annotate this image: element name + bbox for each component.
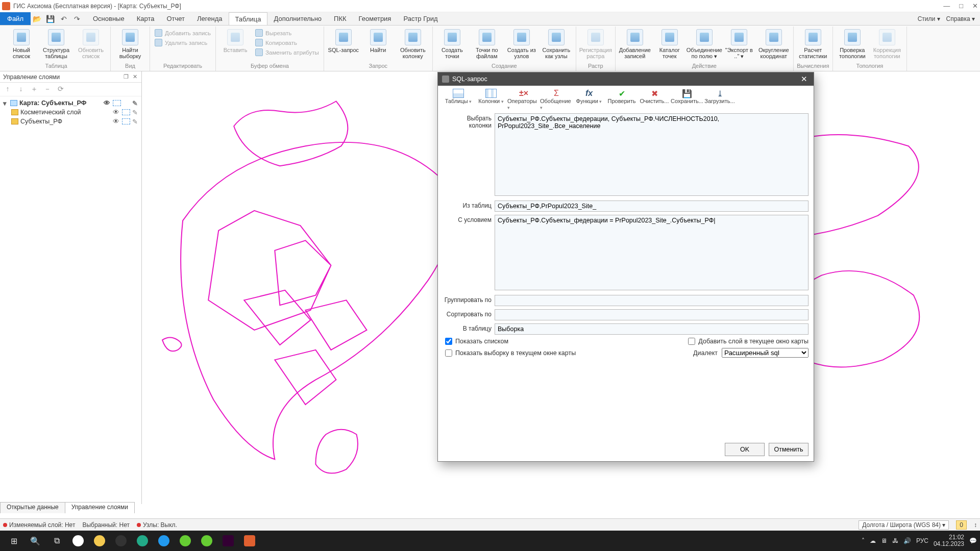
- projection-selector[interactable]: Долгота / Широта (WGS 84) ▾: [859, 520, 949, 530]
- find-selection-button[interactable]: Найти выборку: [114, 28, 146, 59]
- tab-report[interactable]: Отчет: [160, 12, 191, 25]
- tab-geometry[interactable]: Геометрия: [353, 12, 398, 25]
- new-list-button[interactable]: Новый список: [5, 28, 38, 59]
- visibility-icon[interactable]: 👁: [113, 109, 120, 116]
- edit-icon[interactable]: ✎: [132, 118, 139, 126]
- selectable-icon[interactable]: [122, 109, 130, 115]
- tool-clear[interactable]: ✖Очистить...: [638, 89, 671, 110]
- taskbar-app-qgis[interactable]: [175, 533, 196, 549]
- tray-notifications-icon[interactable]: 💬: [969, 537, 977, 544]
- tool-operators[interactable]: ±×Операторы: [507, 89, 540, 110]
- tab-map[interactable]: Карта: [131, 12, 161, 25]
- dialog-close-button[interactable]: ✕: [799, 74, 810, 84]
- from-tables-field[interactable]: [495, 201, 808, 212]
- taskbar-app-axioma[interactable]: [239, 533, 260, 549]
- points-by-files-button[interactable]: Точки по файлам: [471, 28, 503, 59]
- tree-cosmetic-layer[interactable]: Косметический слой 👁 ✎: [2, 108, 139, 117]
- taskbar-app-q2[interactable]: [196, 533, 217, 549]
- qa-open-icon[interactable]: 📂: [31, 12, 44, 25]
- add-layer-checkbox[interactable]: [688, 338, 695, 345]
- select-columns-field[interactable]: [495, 113, 808, 196]
- ok-button[interactable]: OK: [725, 443, 765, 456]
- qa-save-icon[interactable]: 💾: [44, 12, 57, 25]
- tab-open-data[interactable]: Открытые данные: [0, 502, 65, 513]
- taskbar-app-explorer[interactable]: [89, 533, 110, 549]
- create-from-nodes-button[interactable]: Создать из узлов: [505, 28, 538, 59]
- tool-functions[interactable]: fxФункции: [573, 89, 605, 110]
- taskbar-app-globe[interactable]: [132, 533, 153, 549]
- qa-undo-icon[interactable]: ↶: [57, 12, 70, 25]
- taskbar-app-yandex[interactable]: [67, 533, 89, 549]
- window-minimize[interactable]: —: [943, 2, 950, 10]
- layer-remove-icon[interactable]: －: [43, 85, 52, 94]
- layer-add-icon[interactable]: ＋: [30, 85, 39, 94]
- start-button[interactable]: ⊞: [3, 533, 24, 549]
- tool-columns[interactable]: Колонки: [475, 89, 507, 110]
- tab-layer-mgmt[interactable]: Управление слоями: [65, 502, 135, 513]
- selectable-icon[interactable]: [113, 100, 121, 106]
- tab-table[interactable]: Таблица: [229, 12, 268, 25]
- export-to-button[interactable]: "Экспорт в .." ▾: [723, 28, 755, 59]
- qa-redo-icon[interactable]: ↷: [70, 12, 84, 25]
- tray-clock[interactable]: 21:02 04.12.2023: [934, 534, 964, 547]
- file-menu[interactable]: Файл: [0, 12, 31, 25]
- round-coords-button[interactable]: Округление координат: [757, 28, 790, 59]
- tab-pkk[interactable]: ПКК: [328, 12, 353, 25]
- layer-up-icon[interactable]: ↑: [3, 85, 12, 94]
- window-maximize[interactable]: □: [959, 2, 963, 10]
- visibility-icon[interactable]: 👁: [113, 118, 120, 125]
- warning-count[interactable]: 0: [960, 521, 963, 529]
- order-by-field[interactable]: [495, 309, 808, 320]
- update-column-button[interactable]: Обновить колонку: [397, 28, 429, 59]
- tool-verify[interactable]: ✔Проверить: [605, 89, 638, 110]
- layer-refresh-icon[interactable]: ⟳: [56, 85, 65, 94]
- show-as-list-checkbox[interactable]: [445, 338, 452, 345]
- find-button[interactable]: Найти: [362, 28, 395, 53]
- taskbar-app-obs[interactable]: [110, 533, 132, 549]
- tab-main[interactable]: Основные: [87, 12, 131, 25]
- task-view-icon[interactable]: ⧉: [46, 533, 67, 549]
- point-catalog-button[interactable]: Каталог точек: [653, 28, 686, 59]
- sql-query-button[interactable]: SQL-запрос: [327, 28, 360, 53]
- tab-rastergrid[interactable]: Растр Грид: [397, 12, 444, 25]
- edit-icon[interactable]: ✎: [132, 99, 139, 107]
- merge-by-field-button[interactable]: Объединение по полю ▾: [688, 28, 721, 59]
- tab-legend[interactable]: Легенда: [191, 12, 228, 25]
- tool-load[interactable]: ⤓Загрузить...: [703, 89, 736, 110]
- tray-monitor-icon[interactable]: 🖥: [881, 537, 887, 544]
- create-points-button[interactable]: Создать точки: [436, 28, 469, 59]
- add-rows-button[interactable]: Добавление записей: [619, 28, 651, 59]
- window-close[interactable]: ✕: [972, 2, 978, 10]
- tool-aggregation[interactable]: ΣОбобщение: [540, 89, 573, 110]
- dialect-select[interactable]: Расширенный sql: [722, 348, 808, 358]
- panel-close-icon[interactable]: ✕: [131, 73, 138, 81]
- panel-undock-icon[interactable]: ❐: [122, 73, 130, 81]
- tray-network-icon[interactable]: 🖧: [892, 537, 898, 544]
- where-field[interactable]: [495, 215, 808, 290]
- selectable-icon[interactable]: [122, 118, 130, 124]
- edit-icon[interactable]: ✎: [132, 109, 139, 116]
- calc-stats-button[interactable]: Расчет статистики: [797, 28, 829, 59]
- check-topology-button[interactable]: Проверка топологии: [836, 28, 869, 59]
- save-as-nodes-button[interactable]: Сохранить как узлы: [540, 28, 573, 59]
- tray-sound-icon[interactable]: 🔊: [903, 537, 911, 544]
- taskbar-app-premiere[interactable]: [217, 533, 239, 549]
- visibility-icon[interactable]: 👁: [104, 99, 111, 107]
- styles-menu[interactable]: Стили ▾: [918, 15, 940, 22]
- tool-save[interactable]: 💾Сохранить...: [671, 89, 703, 110]
- help-menu[interactable]: Справка ▾: [946, 15, 975, 22]
- show-selection-in-map-checkbox[interactable]: [445, 349, 452, 357]
- taskbar-app-browser[interactable]: [153, 533, 175, 549]
- tab-extra[interactable]: Дополнительно: [267, 12, 328, 25]
- cancel-button[interactable]: Отменить: [769, 443, 808, 456]
- tree-subjects-layer[interactable]: Субъекты_РФ 👁 ✎: [2, 117, 139, 126]
- tree-map-node[interactable]: ▾ Карта: Субъекты_РФ 👁 ✎: [2, 98, 139, 108]
- tray-language[interactable]: РУС: [916, 537, 928, 544]
- into-table-field[interactable]: [495, 323, 808, 335]
- search-icon[interactable]: 🔍: [24, 533, 46, 549]
- layer-down-icon[interactable]: ↓: [16, 85, 26, 94]
- tray-cloud-icon[interactable]: ☁: [870, 537, 876, 544]
- group-by-field[interactable]: [495, 295, 808, 306]
- scroll-indicator-icon[interactable]: ↕: [974, 521, 977, 529]
- table-structure-button[interactable]: Структура таблицы: [40, 28, 72, 59]
